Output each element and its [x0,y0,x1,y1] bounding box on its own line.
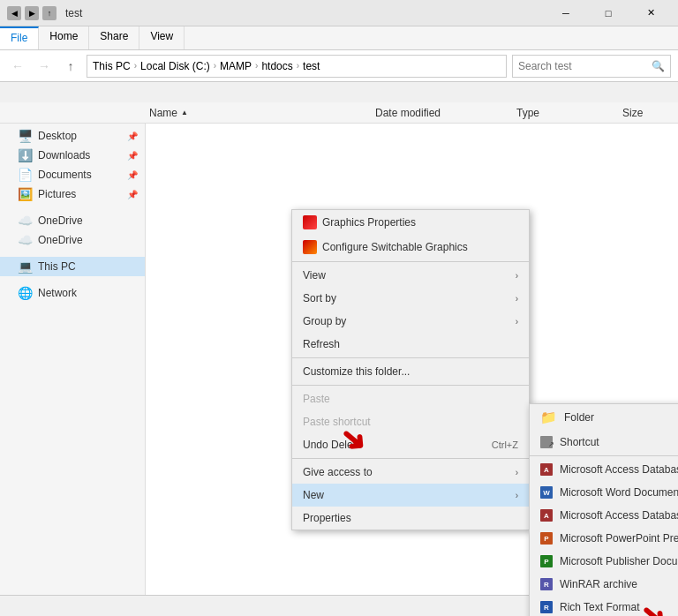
menu-new[interactable]: New › [292,484,529,507]
documents-icon: 📄 [18,168,33,182]
ribbon: File Home Share View [0,26,678,50]
menu-customize[interactable]: Customize this folder... [292,360,529,383]
sidebar-item-this-pc[interactable]: 💻 This PC [0,257,145,276]
sidebar-item-network[interactable]: 🌐 Network [0,283,145,303]
tab-view[interactable]: View [139,26,185,49]
submenu-folder[interactable]: 📁 Folder [530,404,678,431]
title-bar-icons: ◀ ▶ ↑ [7,6,56,20]
col-type-header[interactable]: Type [516,107,622,119]
minimize-button[interactable]: ─ [546,0,586,26]
column-headers: Name ▲ Date modified Type Size [0,102,678,124]
menu-configure-graphics[interactable]: Configure Switchable Graphics [292,235,529,259]
shortcut-ctrl-z: Ctrl+Z [492,439,518,450]
content-area: This folder Graphics Properties Configur… [146,103,678,616]
pictures-icon: 🖼️ [18,187,33,201]
forward-button[interactable]: → [34,56,55,77]
breadcrumb-disk[interactable]: Local Disk (C:) [140,60,210,72]
arrow-icon-group: › [516,317,518,327]
divider-1 [292,261,529,262]
arrow-icon-sort: › [516,294,518,304]
this-pc-section: 💻 This PC [0,257,145,276]
sep1: › [134,61,137,71]
close-button[interactable]: ✕ [630,0,671,26]
submenu-publisher[interactable]: P Microsoft Publisher Document [530,550,678,573]
up-button[interactable]: ↑ [60,56,81,77]
onedrive-icon-2: ☁️ [18,233,33,247]
submenu-ppt[interactable]: P Microsoft PowerPoint Presentation [530,527,678,550]
breadcrumb-mamp[interactable]: MAMP [220,60,252,72]
menu-properties[interactable]: Properties [292,507,529,530]
context-menu: Graphics Properties Configure Switchable… [291,209,530,530]
col-size-header[interactable]: Size [622,107,678,119]
this-pc-icon: 💻 [18,259,33,274]
network-icon: 🌐 [18,286,33,300]
winrar-icon-1: R [540,578,553,590]
divider-3 [292,385,529,386]
col-date-header[interactable]: Date modified [375,107,516,119]
window-controls[interactable]: ─ □ ✕ [546,0,671,26]
maximize-button[interactable]: □ [588,0,629,26]
rtf-icon: R [540,601,553,613]
col-name-header[interactable]: Name ▲ [146,107,375,119]
menu-group-by[interactable]: Group by › [292,310,529,333]
menu-give-access[interactable]: Give access to › [292,461,529,484]
menu-paste-shortcut[interactable]: Paste shortcut [292,410,529,433]
divider-sub [530,455,678,456]
breadcrumb-htdocs[interactable]: htdocs [261,60,292,72]
arrow-icon-view: › [516,271,518,281]
onedrive-section: ☁️ OneDrive ☁️ OneDrive [0,211,145,250]
title-icon-3: ↑ [42,6,56,20]
sidebar-item-downloads[interactable]: ⬇️ Downloads 📌 [0,146,145,165]
sep4: › [297,61,299,71]
search-input[interactable] [518,60,648,72]
title-icon-2: ▶ [25,6,39,20]
pin-icon: 📌 [127,131,138,141]
sep3: › [255,61,258,71]
menu-view[interactable]: View › [292,264,529,287]
ribbon-tabs: File Home Share View [0,26,678,49]
breadcrumb-pc[interactable]: This PC [93,60,131,72]
breadcrumb-test[interactable]: test [303,60,320,72]
ppt-icon: P [540,532,553,545]
submenu-rtf[interactable]: R Rich Text Format [530,596,678,616]
divider-4 [292,458,529,459]
menu-graphics-properties[interactable]: Graphics Properties [292,210,529,235]
network-section: 🌐 Network [0,283,145,303]
sidebar-item-onedrive-1[interactable]: ☁️ OneDrive [0,211,145,230]
address-bar: ← → ↑ This PC › Local Disk (C:) › MAMP ›… [0,50,678,82]
title-bar: ◀ ▶ ↑ test ─ □ ✕ [0,0,678,26]
sidebar-item-desktop[interactable]: 🖥️ Desktop 📌 [0,126,145,146]
search-box[interactable]: 🔍 [512,55,671,78]
divider-2 [292,357,529,358]
submenu-winrar[interactable]: R WinRAR archive [530,573,678,596]
submenu-word[interactable]: W Microsoft Word Document [530,481,678,504]
breadcrumb[interactable]: This PC › Local Disk (C:) › MAMP › htdoc… [87,55,507,78]
back-button[interactable]: ← [7,56,28,77]
menu-sort-by[interactable]: Sort by › [292,287,529,310]
sidebar-item-documents[interactable]: 📄 Documents 📌 [0,165,145,184]
sidebar: ⭐ Quick access 🖥️ Desktop 📌 ⬇️ Downloads… [0,103,146,616]
menu-paste[interactable]: Paste [292,387,529,410]
search-icon: 🔍 [652,60,665,72]
word-icon: W [540,486,553,499]
sidebar-item-onedrive-2[interactable]: ☁️ OneDrive [0,230,145,250]
folder-icon: 📁 [540,409,557,425]
tab-share[interactable]: Share [89,26,139,49]
arrow-icon-access: › [516,468,518,477]
menu-undo-delete[interactable]: Undo Delete Ctrl+Z [292,433,529,456]
amd-icon-2 [303,240,317,254]
arrow-icon-new: › [516,491,518,500]
sidebar-item-pictures[interactable]: 🖼️ Pictures 📌 [0,184,145,204]
tab-home[interactable]: Home [39,26,89,49]
submenu-shortcut[interactable]: ↗ Shortcut [530,431,678,454]
submenu-access-2[interactable]: A Microsoft Access Database [530,504,678,527]
menu-refresh[interactable]: Refresh [292,333,529,356]
main-layout: ⭐ Quick access 🖥️ Desktop 📌 ⬇️ Downloads… [0,103,678,616]
sub-menu-new: 📁 Folder ↗ Shortcut A Microsoft Access D… [529,403,678,616]
pin-icon-3: 📌 [127,170,138,180]
pin-icon-2: 📌 [127,151,138,161]
submenu-access-1[interactable]: A Microsoft Access Database [530,458,678,481]
pin-icon-4: 📌 [127,190,138,199]
publisher-icon: P [540,555,553,567]
tab-file[interactable]: File [0,26,39,49]
